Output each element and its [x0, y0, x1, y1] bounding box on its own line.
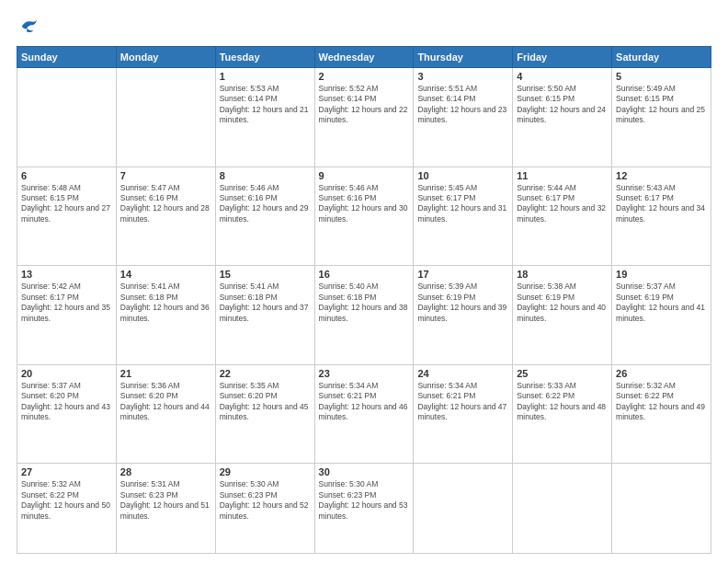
day-info: Sunrise: 5:33 AM Sunset: 6:22 PM Dayligh…	[517, 381, 608, 423]
day-number: 6	[21, 170, 112, 181]
day-cell: 5Sunrise: 5:49 AM Sunset: 6:15 PM Daylig…	[612, 68, 711, 167]
week-row-2: 6Sunrise: 5:48 AM Sunset: 6:15 PM Daylig…	[17, 167, 711, 266]
day-cell: 19Sunrise: 5:37 AM Sunset: 6:19 PM Dayli…	[612, 266, 711, 365]
day-cell: 14Sunrise: 5:41 AM Sunset: 6:18 PM Dayli…	[116, 266, 215, 365]
day-number: 18	[517, 269, 608, 280]
day-info: Sunrise: 5:43 AM Sunset: 6:17 PM Dayligh…	[616, 183, 707, 225]
day-info: Sunrise: 5:47 AM Sunset: 6:16 PM Dayligh…	[120, 183, 211, 225]
day-number: 29	[220, 466, 311, 477]
day-cell: 20Sunrise: 5:37 AM Sunset: 6:20 PM Dayli…	[17, 364, 117, 464]
day-cell: 27Sunrise: 5:32 AM Sunset: 6:22 PM Dayli…	[17, 464, 117, 554]
day-info: Sunrise: 5:36 AM Sunset: 6:20 PM Dayligh…	[120, 381, 211, 423]
day-cell: 26Sunrise: 5:32 AM Sunset: 6:22 PM Dayli…	[612, 364, 711, 464]
day-cell: 29Sunrise: 5:30 AM Sunset: 6:23 PM Dayli…	[215, 464, 314, 554]
day-info: Sunrise: 5:53 AM Sunset: 6:14 PM Dayligh…	[220, 84, 311, 126]
day-number: 26	[616, 368, 707, 379]
day-number: 2	[319, 71, 410, 82]
day-info: Sunrise: 5:42 AM Sunset: 6:17 PM Dayligh…	[21, 282, 112, 324]
week-row-5: 27Sunrise: 5:32 AM Sunset: 6:22 PM Dayli…	[17, 464, 711, 554]
day-cell: 18Sunrise: 5:38 AM Sunset: 6:19 PM Dayli…	[513, 266, 612, 365]
weekday-header-thursday: Thursday	[414, 47, 513, 68]
day-cell: 12Sunrise: 5:43 AM Sunset: 6:17 PM Dayli…	[612, 167, 711, 266]
day-number: 21	[120, 368, 211, 379]
day-cell	[513, 464, 612, 554]
day-number: 30	[319, 466, 410, 477]
day-info: Sunrise: 5:51 AM Sunset: 6:14 PM Dayligh…	[417, 84, 508, 126]
day-cell: 16Sunrise: 5:40 AM Sunset: 6:18 PM Dayli…	[314, 266, 414, 365]
day-number: 17	[417, 269, 508, 280]
day-cell: 11Sunrise: 5:44 AM Sunset: 6:17 PM Dayli…	[513, 167, 612, 266]
day-cell: 10Sunrise: 5:45 AM Sunset: 6:17 PM Dayli…	[414, 167, 513, 266]
day-cell: 8Sunrise: 5:46 AM Sunset: 6:16 PM Daylig…	[215, 167, 314, 266]
day-cell	[116, 68, 215, 167]
day-info: Sunrise: 5:46 AM Sunset: 6:16 PM Dayligh…	[220, 183, 311, 225]
day-cell: 23Sunrise: 5:34 AM Sunset: 6:21 PM Dayli…	[314, 364, 414, 464]
day-number: 13	[21, 269, 112, 280]
day-info: Sunrise: 5:50 AM Sunset: 6:15 PM Dayligh…	[517, 84, 608, 126]
day-number: 15	[220, 269, 311, 280]
weekday-header-wednesday: Wednesday	[314, 47, 414, 68]
day-info: Sunrise: 5:35 AM Sunset: 6:20 PM Dayligh…	[220, 381, 311, 423]
day-number: 1	[220, 71, 311, 82]
day-info: Sunrise: 5:38 AM Sunset: 6:19 PM Dayligh…	[517, 282, 608, 324]
day-number: 23	[319, 368, 410, 379]
day-cell: 28Sunrise: 5:31 AM Sunset: 6:23 PM Dayli…	[116, 464, 215, 554]
day-info: Sunrise: 5:52 AM Sunset: 6:14 PM Dayligh…	[319, 84, 410, 126]
day-number: 8	[220, 170, 311, 181]
day-cell: 13Sunrise: 5:42 AM Sunset: 6:17 PM Dayli…	[17, 266, 117, 365]
day-info: Sunrise: 5:48 AM Sunset: 6:15 PM Dayligh…	[21, 183, 112, 225]
day-info: Sunrise: 5:34 AM Sunset: 6:21 PM Dayligh…	[417, 381, 508, 423]
day-info: Sunrise: 5:31 AM Sunset: 6:23 PM Dayligh…	[120, 479, 211, 522]
week-row-1: 1Sunrise: 5:53 AM Sunset: 6:14 PM Daylig…	[17, 68, 711, 167]
day-number: 10	[417, 170, 508, 181]
week-row-3: 13Sunrise: 5:42 AM Sunset: 6:17 PM Dayli…	[17, 266, 711, 365]
day-cell: 6Sunrise: 5:48 AM Sunset: 6:15 PM Daylig…	[17, 167, 117, 266]
day-number: 7	[120, 170, 211, 181]
day-cell: 7Sunrise: 5:47 AM Sunset: 6:16 PM Daylig…	[116, 167, 215, 266]
day-info: Sunrise: 5:37 AM Sunset: 6:20 PM Dayligh…	[21, 381, 112, 423]
day-info: Sunrise: 5:41 AM Sunset: 6:18 PM Dayligh…	[120, 282, 211, 324]
logo-bird-icon	[18, 17, 39, 37]
day-info: Sunrise: 5:39 AM Sunset: 6:19 PM Dayligh…	[417, 282, 508, 324]
day-info: Sunrise: 5:30 AM Sunset: 6:23 PM Dayligh…	[220, 479, 311, 522]
day-number: 25	[517, 368, 608, 379]
day-cell: 2Sunrise: 5:52 AM Sunset: 6:14 PM Daylig…	[314, 68, 414, 167]
day-cell	[414, 464, 513, 554]
day-number: 4	[517, 71, 608, 82]
day-info: Sunrise: 5:34 AM Sunset: 6:21 PM Dayligh…	[319, 381, 410, 423]
day-info: Sunrise: 5:49 AM Sunset: 6:15 PM Dayligh…	[616, 84, 707, 126]
day-number: 16	[319, 269, 410, 280]
calendar: SundayMondayTuesdayWednesdayThursdayFrid…	[17, 46, 711, 554]
weekday-header-sunday: Sunday	[17, 47, 117, 68]
day-info: Sunrise: 5:30 AM Sunset: 6:23 PM Dayligh…	[319, 479, 410, 522]
day-cell: 4Sunrise: 5:50 AM Sunset: 6:15 PM Daylig…	[513, 68, 612, 167]
week-row-4: 20Sunrise: 5:37 AM Sunset: 6:20 PM Dayli…	[17, 364, 711, 464]
logo	[17, 17, 39, 37]
day-number: 11	[517, 170, 608, 181]
day-cell	[612, 464, 711, 554]
day-number: 22	[220, 368, 311, 379]
weekday-header-row: SundayMondayTuesdayWednesdayThursdayFrid…	[17, 47, 711, 68]
day-number: 28	[120, 466, 211, 477]
day-number: 3	[417, 71, 508, 82]
day-info: Sunrise: 5:40 AM Sunset: 6:18 PM Dayligh…	[319, 282, 410, 324]
day-cell: 21Sunrise: 5:36 AM Sunset: 6:20 PM Dayli…	[116, 364, 215, 464]
day-number: 12	[616, 170, 707, 181]
day-info: Sunrise: 5:32 AM Sunset: 6:22 PM Dayligh…	[21, 479, 112, 522]
day-number: 5	[616, 71, 707, 82]
day-cell: 25Sunrise: 5:33 AM Sunset: 6:22 PM Dayli…	[513, 364, 612, 464]
day-cell: 24Sunrise: 5:34 AM Sunset: 6:21 PM Dayli…	[414, 364, 513, 464]
day-cell: 1Sunrise: 5:53 AM Sunset: 6:14 PM Daylig…	[215, 68, 314, 167]
day-cell	[17, 68, 117, 167]
day-info: Sunrise: 5:37 AM Sunset: 6:19 PM Dayligh…	[616, 282, 707, 324]
day-number: 27	[21, 466, 112, 477]
day-cell: 3Sunrise: 5:51 AM Sunset: 6:14 PM Daylig…	[414, 68, 513, 167]
day-cell: 15Sunrise: 5:41 AM Sunset: 6:18 PM Dayli…	[215, 266, 314, 365]
day-number: 19	[616, 269, 707, 280]
day-cell: 9Sunrise: 5:46 AM Sunset: 6:16 PM Daylig…	[314, 167, 414, 266]
page: SundayMondayTuesdayWednesdayThursdayFrid…	[0, 0, 728, 563]
day-cell: 17Sunrise: 5:39 AM Sunset: 6:19 PM Dayli…	[414, 266, 513, 365]
day-number: 14	[120, 269, 211, 280]
weekday-header-tuesday: Tuesday	[215, 47, 314, 68]
day-info: Sunrise: 5:45 AM Sunset: 6:17 PM Dayligh…	[417, 183, 508, 225]
